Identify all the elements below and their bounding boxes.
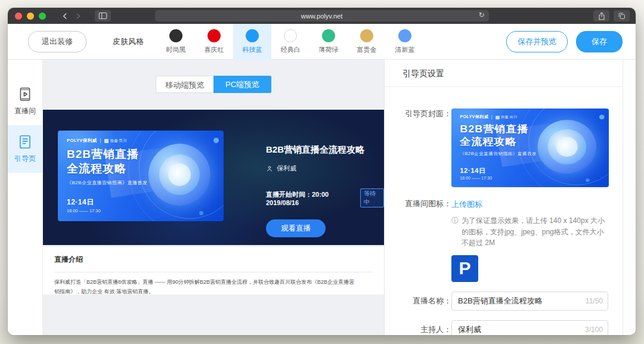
dot-decor: [586, 178, 590, 182]
cover-thumbnail[interactable]: POLYV保利威 致趣·百川 B2B营销直播 全流程攻略 《B2B企业直播营销指…: [451, 109, 609, 187]
tabs-overview-icon[interactable]: [614, 10, 630, 21]
logo-divider: [492, 115, 493, 119]
blue-swatch-dot: [246, 29, 259, 42]
skin-swatch-gold[interactable]: 富贵金: [348, 24, 386, 60]
live-info: B2B营销直播全流程攻略 保利威 直播开始时间：20:00 2019/08/16…: [266, 144, 384, 237]
skin-swatch-blue[interactable]: 科技蓝: [233, 24, 271, 60]
swatch-label: 喜庆红: [205, 45, 224, 54]
banner-subtitle: 《B2B企业直播营销指南》直播首发: [67, 179, 148, 186]
panel-scrollbar-track[interactable]: [623, 60, 636, 335]
banner-time: 16:00 —— 17:30: [460, 176, 492, 181]
main-content: 直播间 引导页 移动端预览 PC端预览: [8, 60, 636, 335]
host-name: 保利威: [277, 164, 296, 173]
swatch-label: 科技蓝: [243, 45, 262, 54]
status-badge: 等待中: [360, 188, 384, 207]
swatch-label: 富贵金: [357, 45, 377, 54]
black-swatch-dot: [169, 29, 182, 42]
polyv-logo: POLYV保利威: [460, 114, 488, 120]
upload-icon-link[interactable]: 上传图标: [451, 200, 482, 209]
guide-page-icon: [17, 134, 33, 150]
url-text: www.polyv.net: [301, 13, 343, 20]
cover-banner: POLYV保利威 致趣·百川 B2B营销直播 全流程攻略 《B2B企业直播营销指…: [58, 131, 224, 221]
dot-decor: [199, 211, 203, 215]
skin-style-label: 皮肤风格: [113, 36, 144, 47]
forward-icon[interactable]: [72, 10, 84, 22]
address-bar[interactable]: www.polyv.net ↻: [155, 10, 489, 21]
watch-live-button[interactable]: 观看直播: [266, 219, 326, 237]
decorate-toolbar: 退出装修 皮肤风格 时尚黑 喜庆红 科技蓝 经典白 薄荷绿: [8, 24, 636, 60]
close-window-button[interactable]: [15, 13, 22, 20]
reload-icon[interactable]: ↻: [478, 11, 484, 19]
skin-swatch-group: 时尚黑 喜庆红 科技蓝 经典白 薄荷绿 富贵金: [157, 24, 424, 60]
save-button[interactable]: 保存: [576, 31, 623, 52]
room-icon-label: 直播间图标：: [385, 199, 451, 282]
skin-swatch-red[interactable]: 喜庆红: [195, 24, 233, 60]
host-counter: 3/100: [585, 320, 603, 335]
partner-logo: 致趣·百川: [104, 138, 126, 144]
live-name-input[interactable]: [451, 292, 608, 311]
banner-time: 16:00 —— 17:30: [67, 208, 101, 213]
guide-page-settings-panel: 引导页设置 引导页封面：: [384, 60, 623, 335]
icon-tip-text: 为了保证显示效果，请上传 140 x 140px 大小的图标，支持jpg、jpe…: [462, 215, 608, 249]
left-sidebar: 直播间 引导页: [8, 60, 43, 335]
tab-pc-preview[interactable]: PC端预览: [213, 76, 271, 93]
banner-date: 12·14日: [67, 197, 94, 207]
cover-thumbnail-banner: POLYV保利威 致趣·百川 B2B营销直播 全流程攻略 《B2B企业直播营销指…: [451, 109, 609, 187]
banner-subtitle: 《B2B企业直播营销指南》直播首发: [460, 151, 537, 157]
sidebar-item-label: 直播间: [14, 106, 36, 116]
swatch-label: 时尚黑: [166, 45, 186, 54]
preview-tabs: 移动端预览 PC端预览: [43, 76, 384, 93]
sidebar-toggle-icon[interactable]: [95, 10, 111, 21]
sidebar-item-guide-page[interactable]: 引导页: [8, 125, 42, 173]
back-icon[interactable]: [59, 10, 71, 22]
sidebar-item-live-room[interactable]: 直播间: [8, 78, 42, 125]
green-swatch-dot: [322, 29, 335, 42]
share-icon[interactable]: [593, 10, 609, 21]
swatch-label: 经典白: [281, 45, 301, 54]
logo-divider: [100, 138, 101, 143]
white-swatch-dot: [284, 29, 297, 42]
exit-decorate-button[interactable]: 退出装修: [28, 31, 86, 52]
info-icon: ⓘ: [451, 215, 459, 249]
skin-swatch-black[interactable]: 时尚黑: [157, 24, 195, 60]
partner-logo-mark: [496, 116, 500, 119]
banner-date: 12·14日: [460, 166, 485, 175]
host-person-icon: [266, 165, 273, 172]
skin-swatch-lightblue[interactable]: 清新蓝: [386, 24, 424, 60]
dot-decor: [213, 138, 219, 143]
browser-window: www.polyv.net ↻ 退出装修 皮肤风格 时尚黑 喜庆红: [8, 8, 636, 335]
live-name-counter: 11/50: [586, 292, 603, 311]
browser-titlebar: www.polyv.net ↻: [8, 8, 636, 24]
intro-text: 保利威打造「B2B营销直播8倍攻略」直播 —— 用90分钟拆解B2B营销直播全流…: [54, 278, 357, 297]
minimize-window-button[interactable]: [27, 13, 34, 20]
save-and-preview-button[interactable]: 保存并预览: [506, 31, 568, 52]
preview-area: 移动端预览 PC端预览 POLYV保利威 致趣: [43, 60, 384, 335]
live-name-label: 直播名称：: [385, 292, 451, 311]
red-swatch-dot: [208, 29, 221, 42]
intro-heading: 直播介绍: [54, 247, 373, 265]
settings-title: 引导页设置: [385, 60, 623, 79]
skin-swatch-green[interactable]: 薄荷绿: [309, 24, 348, 60]
gold-swatch-dot: [360, 29, 373, 42]
intro-divider: [54, 272, 373, 272]
swatch-label: 清新蓝: [395, 45, 415, 54]
skin-swatch-white[interactable]: 经典白: [271, 24, 309, 60]
start-time-text: 直播开始时间：20:00 2019/08/16: [266, 190, 356, 206]
partner-logo: 致趣·百川: [496, 115, 517, 120]
tab-mobile-preview[interactable]: 移动端预览: [156, 76, 213, 93]
host-label: 主持人：: [385, 320, 451, 335]
sidebar-item-label: 引导页: [14, 154, 36, 164]
swatch-label: 薄荷绿: [319, 45, 339, 54]
lightblue-swatch-dot: [398, 29, 411, 42]
cover-label: 引导页封面：: [385, 109, 451, 187]
room-logo-preview: P: [451, 255, 478, 282]
banner-title: B2B营销直播 全流程攻略: [67, 147, 139, 176]
zoom-window-button[interactable]: [39, 13, 46, 20]
polyv-logo: POLYV保利威: [67, 138, 97, 144]
settings-divider: [385, 86, 623, 87]
live-page-stage: POLYV保利威 致趣·百川 B2B营销直播 全流程攻略 《B2B企业直播营销指…: [43, 110, 384, 245]
dot-decor: [599, 114, 605, 119]
banner-title: B2B营销直播 全流程攻略: [460, 123, 528, 148]
partner-logo-mark: [104, 139, 109, 143]
live-intro-card: 直播介绍 保利威打造「B2B营销直播8倍攻略」直播 —— 用90分钟拆解B2B营…: [43, 247, 384, 295]
